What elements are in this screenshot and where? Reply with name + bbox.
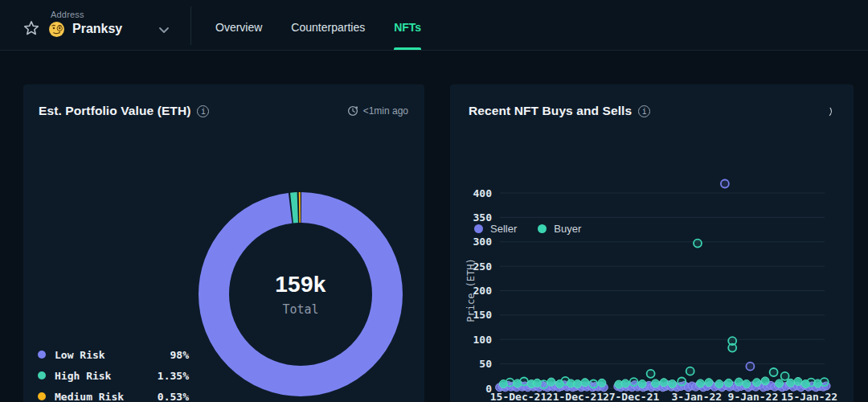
legend-dot: [38, 371, 46, 379]
nft-activity-card: Recent NFT Buys and Sells i SellerBuyer …: [450, 84, 854, 402]
portfolio-card-header: Est. Portfolio Value (ETH) i <1min ago: [23, 84, 424, 118]
y-axis-label: Price (ETH): [465, 258, 477, 322]
legend-dot: [38, 351, 46, 359]
y-tick-label: 400: [473, 187, 493, 199]
top-bar: Address Pranksy OverviewCo: [0, 0, 868, 51]
scatter-point-buyer: [506, 379, 514, 387]
scatter-point-buyer: [697, 379, 705, 388]
tab-bar: OverviewCounterpartiesNFTs: [215, 0, 421, 50]
monocle-face-icon: [48, 21, 65, 38]
refresh-clock-icon: [347, 105, 358, 117]
scatter-point-buyer: [753, 379, 761, 387]
legend-value: 0.53%: [158, 391, 189, 402]
nft-scatter-chart: 050100150200250300350400Price (ETH)15-De…: [450, 133, 854, 402]
star-icon: [23, 19, 40, 37]
legend-label: High Risk: [55, 370, 111, 382]
scatter-point-buyer: [598, 379, 606, 387]
info-icon[interactable]: i: [197, 105, 209, 117]
wallet-selector[interactable]: Address Pranksy: [0, 0, 190, 50]
scatter-point-buyer: [728, 344, 736, 352]
info-icon[interactable]: i: [638, 105, 650, 117]
x-tick-label: 9-Jan-22: [728, 391, 779, 402]
nft-card-title: Recent NFT Buys and Sells: [469, 104, 632, 118]
scatter-point-buyer: [581, 379, 589, 387]
scatter-point-buyer: [821, 378, 829, 386]
tab-counterparties[interactable]: Counterparties: [291, 0, 365, 50]
x-tick-label: 27-Dec-21: [603, 391, 660, 402]
scatter-point-buyer: [761, 377, 769, 385]
legend-label: Low Risk: [55, 349, 105, 361]
scatter-point-buyer: [686, 367, 694, 375]
scatter-point-buyer: [647, 370, 655, 378]
scatter-point-buyer: [589, 380, 597, 388]
legend-value: 98%: [170, 349, 189, 361]
scatter-point-buyer: [705, 379, 713, 387]
portfolio-card-title: Est. Portfolio Value (ETH): [39, 104, 190, 118]
scatter-point-buyer: [735, 378, 743, 386]
donut-slice-low-risk: [214, 207, 387, 381]
scatter-point-buyer: [638, 380, 646, 388]
scatter-point-buyer: [540, 380, 548, 388]
scatter-point-buyer: [770, 368, 778, 376]
last-updated-text: <1min ago: [363, 105, 408, 117]
scatter-point-buyer: [621, 379, 629, 388]
scatter-point-buyer: [630, 378, 638, 386]
wallet-emoji: [48, 21, 65, 38]
portfolio-donut-chart: 159k Total: [188, 182, 413, 402]
portfolio-card: Est. Portfolio Value (ETH) i <1min ago L…: [23, 84, 424, 402]
legend-label: Medium Risk: [55, 391, 124, 402]
scatter-point-seller: [721, 180, 729, 188]
nft-card-header: Recent NFT Buys and Sells i: [450, 84, 854, 118]
scatter-point-buyer: [660, 379, 668, 387]
scatter-point-buyer: [743, 380, 751, 388]
scatter-point-buyer: [715, 380, 723, 388]
legend-dot: [38, 392, 46, 400]
scatter-point-buyer: [574, 380, 582, 388]
x-tick-label: 3-Jan-22: [672, 391, 723, 402]
scatter-point-buyer: [694, 240, 702, 248]
legend-row: High Risk1.35%: [38, 365, 189, 386]
x-tick-label: 21-Dec-21: [547, 391, 604, 402]
tab-overview[interactable]: Overview: [215, 0, 262, 50]
scatter-point-seller: [746, 363, 754, 371]
scatter-point-buyer: [787, 379, 795, 387]
scatter-point-buyer: [781, 372, 789, 380]
portfolio-legend: Low Risk98%High Risk1.35%Medium Risk0.53…: [38, 344, 189, 402]
y-tick-label: 300: [473, 236, 493, 248]
scatter-point-buyer: [652, 379, 660, 388]
y-tick-label: 50: [479, 358, 492, 370]
y-tick-label: 100: [473, 334, 493, 346]
scatter-point-buyer: [678, 378, 686, 386]
chevron-down-icon[interactable]: [158, 27, 170, 34]
topbar-divider: [190, 6, 191, 45]
legend-row: Medium Risk0.53%: [38, 386, 189, 402]
wallet-name: Pranksy: [72, 22, 122, 36]
address-label: Address: [51, 10, 84, 19]
scatter-point-buyer: [725, 379, 733, 387]
scatter-point-buyer: [547, 378, 555, 386]
scatter-point-buyer: [520, 378, 528, 386]
favorite-star-button[interactable]: [21, 18, 42, 39]
tab-nfts[interactable]: NFTs: [394, 0, 421, 50]
last-updated: <1min ago: [347, 105, 408, 117]
scatter-point-buyer: [669, 380, 677, 388]
x-tick-label: 15-Dec-21: [490, 391, 547, 402]
scatter-point-buyer: [794, 378, 802, 386]
x-tick-label: 15-Jan-22: [781, 391, 837, 402]
y-tick-label: 350: [473, 211, 493, 224]
legend-value: 1.35%: [158, 370, 189, 382]
legend-row: Low Risk98%: [38, 344, 189, 365]
scatter-point-buyer: [776, 379, 784, 388]
